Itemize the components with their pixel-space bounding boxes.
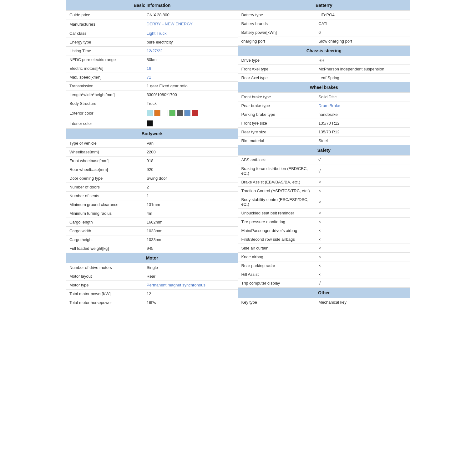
row-value: Steel xyxy=(315,136,410,145)
color-swatch xyxy=(162,110,168,116)
color-row: Exterior color xyxy=(66,108,238,118)
data-row: Cargo height1033mm xyxy=(66,235,238,244)
data-row: Pear brake typeDrum Brake xyxy=(238,101,410,110)
section-header-label: Motor xyxy=(66,253,238,263)
row-label: ABS anti-lock xyxy=(238,156,316,164)
data-row: Brake Assist (EBA/BAS/BA, etc.)× xyxy=(238,178,410,187)
row-value: 1 xyxy=(144,192,238,200)
data-row: Rear wheelbase[mm]920 xyxy=(66,165,238,174)
row-value: 4m xyxy=(144,209,238,218)
data-row: Rim materialSteel xyxy=(238,136,410,145)
row-value: × xyxy=(315,244,410,253)
data-row: Full loaded weight[kg]945 xyxy=(66,244,238,253)
data-row: Rear tyre size135/70 R12 xyxy=(238,128,410,136)
left-table: Basic InformationGuide priceCN ¥ 28,800M… xyxy=(66,0,238,307)
row-label: Number of seats xyxy=(66,192,144,200)
row-value: × xyxy=(315,187,410,195)
row-label: Number of doors xyxy=(66,183,144,192)
data-row: Side air curtain× xyxy=(238,244,410,253)
row-value: Single xyxy=(144,263,238,272)
section-header: Chassis steering xyxy=(238,46,410,56)
row-value: RR xyxy=(315,56,410,65)
data-row: charging portSlow charging port xyxy=(238,37,410,46)
row-value: 6 xyxy=(315,28,410,37)
data-row: Motor layoutRear xyxy=(66,272,238,281)
row-value: Rear xyxy=(144,272,238,281)
row-value: 1 gear Fixed gear ratio xyxy=(144,82,238,90)
data-row: First/Second row side airbags× xyxy=(238,235,410,244)
row-label: Type of vehicle xyxy=(66,139,144,148)
row-value: × xyxy=(315,253,410,261)
data-row: Parking brake typehandbrake xyxy=(238,110,410,119)
row-value: 1662mm xyxy=(144,218,238,227)
data-row: Knee airbag× xyxy=(238,253,410,261)
row-value: Light Truck xyxy=(144,29,238,38)
row-value: 1033mm xyxy=(144,235,238,244)
data-row: Car classLight Truck xyxy=(66,29,238,38)
data-row: Trip computer display√ xyxy=(238,279,410,288)
data-row: Body StructureTruck xyxy=(66,99,238,108)
data-row: Number of seats1 xyxy=(66,192,238,200)
row-value: 1033mm xyxy=(144,227,238,235)
row-label: Energy type xyxy=(66,38,144,47)
row-label: Battery brands xyxy=(238,19,316,28)
row-label: Door opening type xyxy=(66,174,144,183)
row-value: √ xyxy=(315,156,410,164)
row-label: Length*width*height[mm] xyxy=(66,90,144,99)
data-row: Battery typeLiFePO4 xyxy=(238,11,410,19)
row-value: Swing door xyxy=(144,174,238,183)
color-swatch xyxy=(154,110,160,116)
row-label: Rear parking radar xyxy=(238,261,316,270)
data-row: Key typeMechanical key xyxy=(238,298,410,307)
row-value: 135/70 R12 xyxy=(315,119,410,128)
row-label: Total motor power[KW] xyxy=(66,290,144,298)
row-value: Mechanical key xyxy=(315,298,410,307)
row-value: √ xyxy=(315,279,410,288)
row-value: Leaf Spring xyxy=(315,74,410,82)
data-row: Max. speed[km/h]71 xyxy=(66,73,238,82)
row-label: Minimum ground clearance xyxy=(66,200,144,209)
data-row: Number of drive motorsSingle xyxy=(66,263,238,272)
row-value: × xyxy=(315,226,410,235)
data-row: Minimum turning radius4m xyxy=(66,209,238,218)
row-value: Van xyxy=(144,139,238,148)
data-row: Length*width*height[mm]3300*1080*1700 xyxy=(66,90,238,99)
data-row: Wheelbase[mm]2200 xyxy=(66,148,238,157)
row-label: Parking brake type xyxy=(238,110,316,119)
row-label: Motor type xyxy=(66,281,144,290)
row-value: 920 xyxy=(144,165,238,174)
data-row: Unbuckled seat belt reminder× xyxy=(238,209,410,218)
data-row: Drive typeRR xyxy=(238,56,410,65)
section-header: Wheel brakes xyxy=(238,82,410,93)
data-row: Traction Control (ASR/TCS/TRC, etc.)× xyxy=(238,187,410,195)
row-label: Rear Axel type xyxy=(238,74,316,82)
row-value: Permanent magnet synchronous xyxy=(144,281,238,290)
color-swatch xyxy=(169,110,175,116)
left-column: Basic InformationGuide priceCN ¥ 28,800M… xyxy=(66,0,238,307)
section-header: Basic Information xyxy=(66,0,238,11)
row-value: CN ¥ 28,800 xyxy=(144,11,238,19)
row-value: √ xyxy=(315,164,410,178)
data-row: Body stability control(ESC/ESP/DSC, etc.… xyxy=(238,195,410,209)
row-label: Unbuckled seat belt reminder xyxy=(238,209,316,218)
color-swatch xyxy=(184,110,190,116)
row-label: Rear tyre size xyxy=(238,128,316,136)
data-row: Transmission1 gear Fixed gear ratio xyxy=(66,82,238,90)
section-header: Other xyxy=(238,288,410,298)
row-label: Number of drive motors xyxy=(66,263,144,272)
right-column: BatterryBattery typeLiFePO4Battery brand… xyxy=(238,0,410,307)
row-label: Knee airbag xyxy=(238,253,316,261)
row-label: Front brake type xyxy=(238,93,316,101)
row-label: Rim material xyxy=(238,136,316,145)
right-table: BatterryBattery typeLiFePO4Battery brand… xyxy=(238,0,410,306)
row-value: × xyxy=(315,270,410,279)
row-label: Battery power[kWh] xyxy=(238,28,316,37)
row-value: Solid Disc xyxy=(315,93,410,101)
data-row: Minimum ground clearance131mm xyxy=(66,200,238,209)
data-row: Hill Assist× xyxy=(238,270,410,279)
section-header-label: Wheel brakes xyxy=(238,82,410,93)
row-label: Car class xyxy=(66,29,144,38)
row-label: NEDC pure electric range xyxy=(66,55,144,64)
row-value: 3300*1080*1700 xyxy=(144,90,238,99)
row-value: 945 xyxy=(144,244,238,253)
